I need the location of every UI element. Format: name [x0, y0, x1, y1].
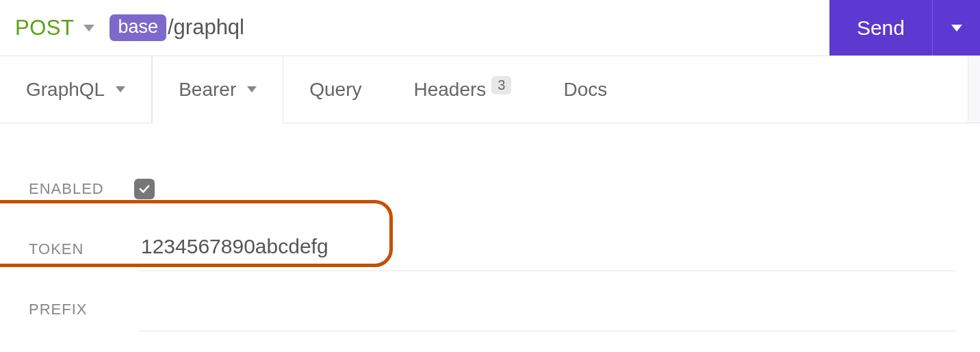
tab-auth-type[interactable]: Bearer — [152, 56, 283, 123]
tab-label: Headers — [413, 79, 486, 101]
prefix-input[interactable] — [138, 288, 955, 331]
enabled-checkbox[interactable] — [134, 179, 155, 199]
auth-token-row: TOKEN — [29, 219, 955, 279]
send-dropdown-button[interactable] — [932, 0, 980, 55]
tab-body-type[interactable]: GraphQL — [0, 56, 152, 123]
url-input[interactable]: base /graphql — [109, 14, 244, 40]
check-icon — [138, 184, 151, 194]
enabled-label: ENABLED — [29, 180, 138, 198]
token-input[interactable] — [138, 228, 955, 271]
tab-headers[interactable]: Headers 3 — [387, 56, 537, 123]
tab-label: Docs — [563, 79, 607, 101]
chevron-down-icon — [83, 25, 94, 32]
auth-prefix-row: PREFIX — [29, 279, 955, 340]
tab-query[interactable]: Query — [283, 56, 387, 123]
token-label: TOKEN — [29, 240, 138, 258]
prefix-label: PREFIX — [29, 301, 138, 318]
http-method-dropdown[interactable]: POST — [15, 16, 94, 40]
tab-label: Bearer — [179, 79, 236, 101]
auth-panel: ENABLED TOKEN PREFIX — [0, 123, 980, 340]
url-path: /graphql — [168, 15, 244, 40]
tab-label: Query — [309, 79, 361, 101]
tab-docs[interactable]: Docs — [537, 56, 633, 123]
chevron-down-icon — [247, 86, 257, 92]
send-button[interactable]: Send — [829, 0, 932, 55]
http-method-label: POST — [15, 16, 74, 40]
request-tabs: GraphQL Bearer Query Headers 3 Docs — [0, 56, 980, 123]
chevron-down-icon — [951, 25, 962, 32]
headers-count-badge: 3 — [491, 76, 511, 95]
request-bar: POST base /graphql Send — [0, 0, 980, 56]
env-variable-pill: base — [109, 14, 166, 40]
chevron-down-icon — [116, 86, 125, 92]
scrollbar-track[interactable] — [968, 56, 980, 123]
auth-enabled-row: ENABLED — [29, 159, 955, 219]
tab-label: GraphQL — [26, 79, 105, 101]
